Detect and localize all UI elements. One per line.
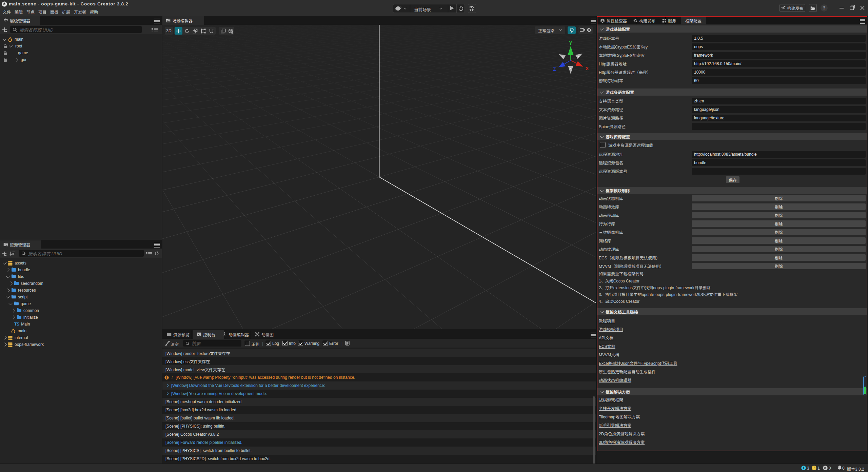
svg-text:X: X	[586, 66, 589, 71]
svg-text:i: i	[803, 466, 804, 470]
svg-text:Z: Z	[553, 66, 556, 72]
svg-text:Y: Y	[569, 40, 572, 46]
